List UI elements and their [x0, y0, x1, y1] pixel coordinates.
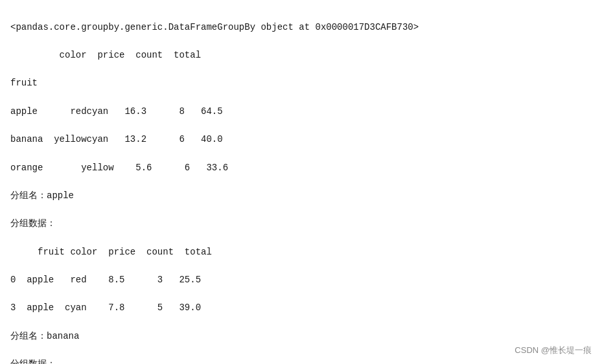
group1-header: fruit color price count total — [10, 247, 212, 257]
output-block: <pandas.core.groupby.generic.DataFrameGr… — [10, 6, 592, 364]
watermark: CSDN @惟长堤一痕 — [515, 345, 592, 356]
apple-summary: apple redcyan 16.3 8 64.5 — [10, 106, 223, 117]
group-data-label-1: 分组数据： — [10, 218, 56, 229]
summary-header: color price count total — [10, 50, 201, 60]
group1-row0: 0 apple red 8.5 3 25.5 — [10, 275, 201, 285]
group-name-banana: 分组名：banana — [10, 331, 79, 341]
object-line: <pandas.core.groupby.generic.DataFrameGr… — [10, 22, 419, 32]
group-data-label-2: 分组数据： — [10, 359, 56, 364]
fruit-label: fruit — [10, 78, 38, 88]
banana-summary: banana yellowcyan 13.2 6 40.0 — [10, 134, 223, 144]
group1-row3: 3 apple cyan 7.8 5 39.0 — [10, 302, 201, 313]
group-name-apple: 分组名：apple — [10, 190, 74, 201]
orange-summary: orange yellow 5.6 6 33.6 — [10, 163, 228, 173]
